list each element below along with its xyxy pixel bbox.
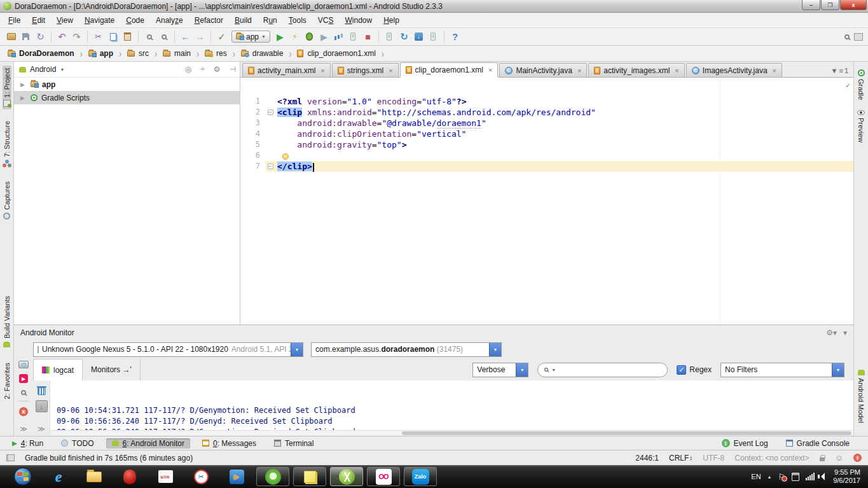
close-icon[interactable]: × xyxy=(773,67,776,74)
taskbar-clock[interactable]: 9:55 PM 9/6/2017 xyxy=(833,468,863,485)
taskbar-app-snipping-tool[interactable]: ✂ xyxy=(183,466,219,487)
toolwindow-toggle-icon[interactable] xyxy=(6,454,15,461)
intention-bulb-icon[interactable] xyxy=(282,153,289,160)
scrollbar-thumb[interactable] xyxy=(402,431,851,435)
toolwindow-button-run[interactable]: ▶4: Run xyxy=(6,438,49,449)
tab-list-dropdown-icon[interactable]: ▼≡1 xyxy=(831,67,848,74)
menu-code[interactable]: Code xyxy=(120,14,150,27)
log-level-selector[interactable]: Verbose ▼ xyxy=(472,363,528,377)
project-view-selector[interactable]: Android xyxy=(30,65,56,74)
redo-icon[interactable] xyxy=(69,30,84,44)
copy-icon[interactable] xyxy=(106,30,120,44)
tree-node-gradle-scripts[interactable]: ▶Gradle Scripts xyxy=(14,91,240,104)
screen-record-icon[interactable]: ▶ xyxy=(19,374,28,383)
tool-stripe-build-variants[interactable]: Build Variants xyxy=(3,293,11,349)
find-icon[interactable] xyxy=(142,30,156,44)
hide-panel-icon[interactable]: ⊣ xyxy=(230,65,236,74)
network-icon[interactable] xyxy=(806,473,815,480)
editor-tab-imagesactivity-java[interactable]: CImagesActivity.java× xyxy=(686,63,782,77)
menu-tools[interactable]: Tools xyxy=(283,14,312,27)
find-in-path-icon[interactable] xyxy=(156,30,171,44)
taskbar-app-genymotion[interactable]: OO xyxy=(367,467,400,486)
stop-icon[interactable] xyxy=(361,30,375,44)
menu-window[interactable]: Window xyxy=(339,14,378,27)
taskbar-app-android-studio[interactable] xyxy=(330,467,363,486)
close-icon[interactable]: × xyxy=(577,67,581,74)
code-text[interactable]: <clip xmlns:android="http://schemas.andr… xyxy=(275,107,853,118)
scroll-to-end-icon[interactable]: ↓ xyxy=(36,400,48,412)
menu-vcs[interactable]: VCS xyxy=(312,14,340,27)
layout-inspector-icon[interactable] xyxy=(21,390,26,395)
tool-stripe-1-project[interactable]: 1: Project xyxy=(3,66,11,109)
fold-marker-icon[interactable]: − xyxy=(268,109,273,115)
hector-inspector-icon[interactable]: ☺ xyxy=(835,453,843,463)
menu-view[interactable]: View xyxy=(51,14,79,27)
context-indicator[interactable]: Context: <no context> xyxy=(734,454,809,463)
menu-file[interactable]: File xyxy=(3,14,26,27)
run-icon[interactable] xyxy=(273,30,287,44)
avd-manager-icon[interactable] xyxy=(382,30,397,44)
more-icon[interactable]: ≫ xyxy=(20,425,27,433)
chevron-down-icon[interactable]: ▼ xyxy=(516,363,528,377)
collapse-all-icon[interactable]: ÷ xyxy=(200,65,205,74)
regex-checkbox[interactable]: ✓ xyxy=(677,365,686,375)
monitor-tab-logcat[interactable]: logcat xyxy=(33,359,83,380)
minimize-button[interactable]: – xyxy=(802,0,820,10)
code-text[interactable]: android:gravity="top"> xyxy=(275,139,853,150)
logcat-search-input[interactable] xyxy=(558,365,661,374)
menu-navigate[interactable]: Navigate xyxy=(79,14,120,27)
instant-run-icon[interactable] xyxy=(287,30,302,44)
toolwindow-button-messages[interactable]: 0: Messages xyxy=(196,438,262,449)
locate-icon[interactable]: ◎ xyxy=(185,65,191,74)
action-center-flag-icon[interactable]: ⚐ xyxy=(778,472,786,482)
tool-stripe-captures[interactable]: Captures xyxy=(3,179,11,222)
toolwindow-button-terminal[interactable]: Terminal xyxy=(268,438,319,449)
close-icon[interactable]: × xyxy=(320,67,324,74)
search-everywhere-icon[interactable] xyxy=(839,30,854,44)
sdk-manager-icon[interactable] xyxy=(411,30,426,44)
more-icon[interactable]: ≫ xyxy=(38,425,45,433)
breadcrumb-item-app[interactable]: app xyxy=(87,49,114,58)
chevron-down-icon[interactable]: ▼ xyxy=(489,343,501,356)
close-button[interactable]: x xyxy=(840,0,867,10)
monitor-tab-monitors-[interactable]: Monitors →' xyxy=(83,359,141,380)
show-hidden-icons[interactable]: ▲ xyxy=(768,475,772,479)
chevron-down-icon[interactable]: ▼ xyxy=(291,343,303,356)
code-editor[interactable]: ✓ 1<?xml version="1.0" encoding="utf-8"?… xyxy=(240,78,853,324)
breadcrumb-item-res[interactable]: res xyxy=(203,49,228,58)
volume-icon[interactable] xyxy=(821,473,825,480)
tree-node-app[interactable]: ▶app xyxy=(14,78,240,91)
taskbar-app-sticky-notes[interactable] xyxy=(293,467,326,486)
code-text[interactable]: android:drawable="@drawable/doraemon1" xyxy=(275,118,853,129)
logcat-filter-selector[interactable]: No Filters ▼ xyxy=(720,363,844,377)
save-icon[interactable] xyxy=(18,30,33,44)
attach-debugger-icon[interactable] xyxy=(346,30,361,44)
make-icon[interactable] xyxy=(214,30,229,44)
monitor-hide-icon[interactable]: ▾ xyxy=(843,328,847,337)
taskbar-app-unikey[interactable]: uin xyxy=(148,466,183,487)
line-separator-indicator[interactable]: CRLF▲▼ xyxy=(669,454,692,463)
logcat-search-field[interactable]: ▼ xyxy=(537,363,668,377)
language-indicator[interactable]: EN xyxy=(751,473,761,480)
expand-arrow-icon[interactable]: ▶ xyxy=(20,81,27,88)
tool-stripe-gradle[interactable]: Gradle xyxy=(857,67,865,102)
editor-tab-activity-images-xml[interactable]: activity_images.xml× xyxy=(588,63,684,77)
run-configuration-selector[interactable]: app▼ xyxy=(231,31,270,43)
taskbar-app-red-mascot-app[interactable] xyxy=(112,466,148,487)
attach-android-icon[interactable] xyxy=(426,30,441,44)
close-icon[interactable]: × xyxy=(675,67,679,74)
paste-icon[interactable] xyxy=(120,30,135,44)
settings-icon[interactable]: ⚙ xyxy=(214,65,221,74)
fold-marker-icon[interactable]: − xyxy=(268,164,273,169)
editor-tab-clip-doraemon1-xml[interactable]: clip_doraemon1.xml× xyxy=(400,62,499,78)
toolwindow-button-android-monitor[interactable]: 6: Android Monitor xyxy=(106,438,190,449)
menu-refactor[interactable]: Refactor xyxy=(189,14,229,27)
breadcrumb-item-doradoraemon[interactable]: DoraDoraemon xyxy=(6,49,76,58)
tool-stripe-preview[interactable]: Preview xyxy=(857,108,865,145)
help-icon[interactable] xyxy=(448,30,462,44)
menu-build[interactable]: Build xyxy=(229,14,258,27)
chevron-down-icon[interactable]: ▼ xyxy=(832,363,844,377)
clear-logcat-icon[interactable] xyxy=(38,387,46,395)
forward-icon[interactable] xyxy=(193,30,207,44)
taskbar-app-windows-media-player[interactable] xyxy=(219,466,254,487)
